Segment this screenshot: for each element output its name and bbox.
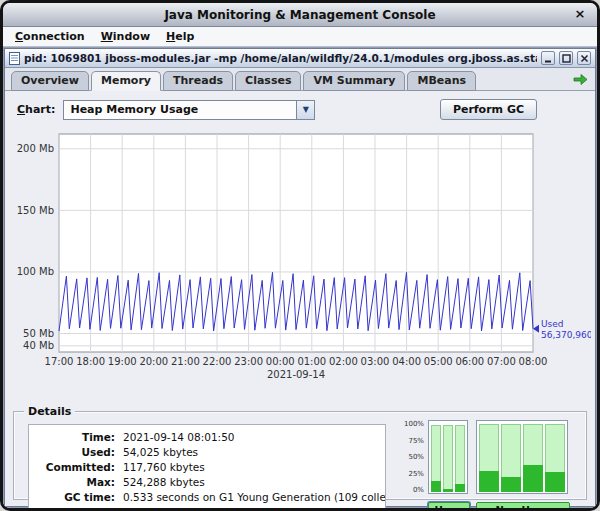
- gauge-bar: [545, 422, 565, 492]
- tab-overview[interactable]: Overview: [11, 71, 89, 91]
- svg-text:05:00: 05:00: [424, 356, 453, 367]
- menu-window[interactable]: Window: [93, 28, 158, 45]
- frame-minimize-button[interactable]: [541, 51, 555, 65]
- svg-text:19:00: 19:00: [108, 356, 137, 367]
- svg-text:20:00: 20:00: [139, 356, 168, 367]
- gauge-bar: [479, 422, 499, 492]
- detail-row-committed: Committed: 117,760 kbytes: [37, 460, 377, 475]
- tab-classes[interactable]: Classes: [235, 71, 301, 91]
- jconsole-window: Java Monitoring & Management Console × C…: [0, 0, 600, 511]
- svg-text:17:00: 17:00: [45, 356, 74, 367]
- tab-threads[interactable]: Threads: [163, 71, 233, 91]
- svg-text:08:00: 08:00: [519, 356, 548, 367]
- gauge-scale-label: 75%: [396, 437, 424, 445]
- details-table: Time: 2021-09-14 08:01:50 Used: 54,025 k…: [28, 424, 386, 508]
- window-close-button[interactable]: ×: [572, 6, 588, 22]
- svg-text:2021-09-14: 2021-09-14: [267, 369, 325, 380]
- svg-text:18:00: 18:00: [76, 356, 105, 367]
- chart-type-value: Heap Memory Usage: [64, 103, 296, 116]
- svg-text:23:00: 23:00: [234, 356, 263, 367]
- chevron-down-icon[interactable]: ▼: [296, 101, 314, 119]
- heap-button[interactable]: Heap: [428, 502, 470, 508]
- gauge-bar: [501, 422, 521, 492]
- memory-tab-panel: Chart: Heap Memory Usage ▼ Perform GC 20…: [5, 91, 595, 506]
- frame-icon: [9, 52, 20, 65]
- svg-text:07:00: 07:00: [487, 356, 516, 367]
- svg-text:150 Mb: 150 Mb: [17, 205, 54, 216]
- memory-gauges: 100%75%50%25%0% Heap Non Heap: [396, 418, 576, 508]
- non-heap-gauge[interactable]: [476, 420, 568, 494]
- detail-row-gc-time: GC time: 0.533 seconds on G1 Young Gener…: [37, 490, 377, 505]
- frame-title: pid: 1069801 jboss-modules.jar -mp /home…: [24, 52, 537, 64]
- svg-text:100 Mb: 100 Mb: [17, 266, 54, 277]
- gauge-bar: [431, 422, 441, 492]
- desktop: pid: 1069801 jboss-modules.jar -mp /home…: [3, 47, 597, 508]
- details-section: Details Time: 2021-09-14 08:01:50 Used: …: [13, 411, 587, 500]
- connection-status-icon: [573, 73, 588, 86]
- window-inner: Java Monitoring & Management Console × C…: [3, 3, 597, 508]
- svg-text:04:00: 04:00: [392, 356, 421, 367]
- frame-titlebar: pid: 1069801 jboss-modules.jar -mp /home…: [5, 49, 595, 68]
- svg-text:50 Mb: 50 Mb: [23, 328, 54, 339]
- detail-row-gc-time-2: 0.098 seconds on G1 Old Generation (1 co…: [37, 505, 377, 508]
- gauge-scale-label: 0%: [396, 486, 424, 494]
- tab-vm-summary[interactable]: VM Summary: [303, 71, 405, 91]
- non-heap-button[interactable]: Non Heap: [476, 502, 570, 508]
- menubar: Connection Window Help: [3, 27, 597, 47]
- detail-row-time: Time: 2021-09-14 08:01:50: [37, 430, 377, 445]
- chart-toolbar: Chart: Heap Memory Usage ▼ Perform GC: [5, 91, 595, 124]
- tab-bar: Overview Memory Threads Classes VM Summa…: [5, 68, 595, 91]
- gauge-scale-label: 100%: [396, 420, 424, 428]
- window-title: Java Monitoring & Management Console: [164, 8, 435, 22]
- details-title: Details: [24, 405, 75, 418]
- svg-text:22:00: 22:00: [203, 356, 232, 367]
- heap-gauge[interactable]: [428, 420, 468, 494]
- menu-help[interactable]: Help: [158, 28, 202, 45]
- gauge-bar: [523, 422, 543, 492]
- heap-usage-chart: 200 Mb150 Mb100 Mb50 Mb40 Mb17:0018:0019…: [13, 126, 587, 382]
- svg-text:200 Mb: 200 Mb: [17, 143, 54, 154]
- frame-close-button[interactable]: [577, 51, 591, 65]
- menu-connection[interactable]: Connection: [7, 28, 93, 45]
- tab-memory[interactable]: Memory: [91, 71, 161, 91]
- gauge-scale-label: 50%: [396, 453, 424, 461]
- connection-frame: pid: 1069801 jboss-modules.jar -mp /home…: [4, 48, 596, 507]
- svg-text:40 Mb: 40 Mb: [23, 340, 54, 351]
- svg-text:21:00: 21:00: [171, 356, 200, 367]
- chart-type-select[interactable]: Heap Memory Usage ▼: [63, 100, 315, 120]
- svg-text:Used: Used: [541, 319, 564, 329]
- gauge-bar: [443, 422, 453, 492]
- titlebar: Java Monitoring & Management Console ×: [3, 3, 597, 27]
- svg-text:06:00: 06:00: [455, 356, 484, 367]
- svg-text:02:00: 02:00: [329, 356, 358, 367]
- detail-row-used: Used: 54,025 kbytes: [37, 445, 377, 460]
- gauge-scale-labels: 100%75%50%25%0%: [396, 420, 424, 494]
- perform-gc-button[interactable]: Perform GC: [440, 99, 537, 120]
- svg-text:56,370,960: 56,370,960: [541, 330, 591, 340]
- frame-maximize-button[interactable]: [559, 51, 573, 65]
- gauge-bar: [455, 422, 465, 492]
- svg-text:00:00: 00:00: [266, 356, 295, 367]
- gauge-scale-label: 25%: [396, 470, 424, 478]
- chart-label: Chart:: [17, 103, 55, 116]
- svg-text:01:00: 01:00: [297, 356, 326, 367]
- svg-text:03:00: 03:00: [361, 356, 390, 367]
- tab-mbeans[interactable]: MBeans: [407, 71, 476, 91]
- detail-row-max: Max: 524,288 kbytes: [37, 475, 377, 490]
